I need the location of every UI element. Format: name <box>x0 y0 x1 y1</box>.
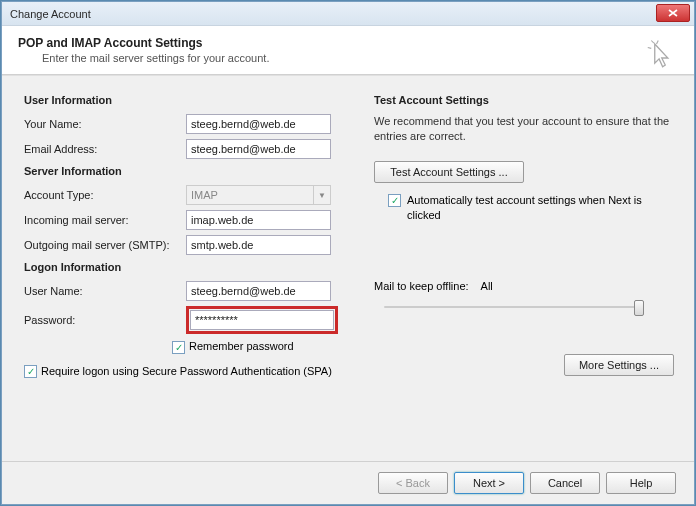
account-type-value: IMAP <box>187 189 313 201</box>
spa-label: Require logon using Secure Password Auth… <box>41 364 332 379</box>
outgoing-label: Outgoing mail server (SMTP): <box>24 239 186 251</box>
your-name-label: Your Name: <box>24 118 186 130</box>
account-type-label: Account Type: <box>24 189 186 201</box>
password-input[interactable] <box>190 310 334 330</box>
server-info-title: Server Information <box>24 165 354 177</box>
svg-line-1 <box>657 41 659 45</box>
outgoing-server-input[interactable] <box>186 235 331 255</box>
right-column: Test Account Settings We recommend that … <box>374 94 674 451</box>
test-account-button[interactable]: Test Account Settings ... <box>374 161 524 183</box>
remember-password-label: Remember password <box>189 340 294 352</box>
mail-keep-slider[interactable] <box>384 298 644 316</box>
change-account-window: Change Account POP and IMAP Account Sett… <box>1 1 695 505</box>
auto-test-checkbox[interactable]: ✓ <box>388 194 401 207</box>
email-label: Email Address: <box>24 143 186 155</box>
left-column: User Information Your Name: Email Addres… <box>24 94 354 451</box>
help-button[interactable]: Help <box>606 472 676 494</box>
header-subtitle: Enter the mail server settings for your … <box>18 52 678 64</box>
close-button[interactable] <box>656 4 690 22</box>
cursor-icon <box>646 40 674 76</box>
mail-keep-label: Mail to keep offline: <box>374 280 469 292</box>
test-settings-title: Test Account Settings <box>374 94 674 106</box>
dialog-footer: < Back Next > Cancel Help <box>2 461 694 504</box>
more-settings-button[interactable]: More Settings ... <box>564 354 674 376</box>
password-label: Password: <box>24 314 186 326</box>
titlebar: Change Account <box>2 2 694 26</box>
slider-thumb[interactable] <box>634 300 644 316</box>
account-type-dropdown: IMAP ▼ <box>186 185 331 205</box>
username-input[interactable] <box>186 281 331 301</box>
mail-keep-value: All <box>481 280 493 292</box>
email-input[interactable] <box>186 139 331 159</box>
your-name-input[interactable] <box>186 114 331 134</box>
next-button[interactable]: Next > <box>454 472 524 494</box>
header-title: POP and IMAP Account Settings <box>18 36 678 50</box>
svg-line-2 <box>648 48 652 49</box>
username-label: User Name: <box>24 285 186 297</box>
dialog-header: POP and IMAP Account Settings Enter the … <box>2 26 694 75</box>
remember-password-checkbox[interactable]: ✓ <box>172 341 185 354</box>
back-button[interactable]: < Back <box>378 472 448 494</box>
logon-info-title: Logon Information <box>24 261 354 273</box>
window-title: Change Account <box>6 8 91 20</box>
incoming-label: Incoming mail server: <box>24 214 186 226</box>
content-area: User Information Your Name: Email Addres… <box>2 75 694 461</box>
spa-checkbox[interactable]: ✓ <box>24 365 37 378</box>
svg-line-0 <box>651 41 654 44</box>
test-settings-desc: We recommend that you test your account … <box>374 114 674 145</box>
incoming-server-input[interactable] <box>186 210 331 230</box>
password-highlight <box>186 306 338 334</box>
auto-test-label: Automatically test account settings when… <box>407 193 674 223</box>
chevron-down-icon: ▼ <box>313 186 330 204</box>
user-info-title: User Information <box>24 94 354 106</box>
cancel-button[interactable]: Cancel <box>530 472 600 494</box>
